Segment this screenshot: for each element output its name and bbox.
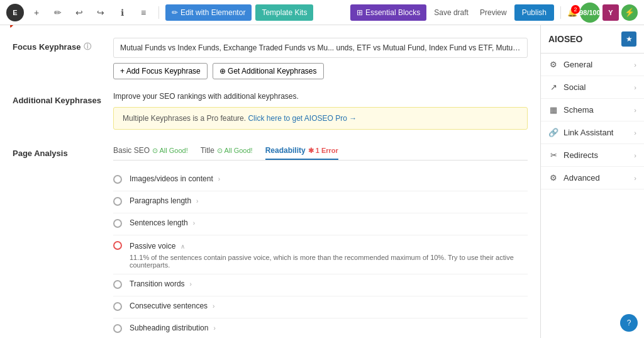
pro-notice-link[interactable]: Click here to get AIOSEO Pro → xyxy=(248,114,357,123)
aioseo-sidebar: AIOSEO ★ ⚙ General › ↗ Social › ▦ Schema xyxy=(540,25,644,338)
get-additional-label: ⊕ Get Additional Keyphrases xyxy=(219,67,317,76)
tab-title[interactable]: Title ⊙ All Good! xyxy=(201,142,253,160)
focus-keyphrase-info-icon[interactable]: ⓘ xyxy=(84,42,91,52)
sidebar-item-link-assistant-left: 🔗 Link Assistant xyxy=(548,128,614,137)
transition-words-chevron[interactable]: › xyxy=(190,281,192,288)
sidebar-item-schema-left: ▦ Schema xyxy=(548,105,594,115)
general-chevron: › xyxy=(634,61,636,69)
sidebar-item-link-assistant[interactable]: 🔗 Link Assistant › xyxy=(541,121,644,144)
edit-with-elementor-label: Edit with Elementor xyxy=(180,8,245,17)
sidebar-star-button[interactable]: ★ xyxy=(621,31,636,47)
schema-chevron: › xyxy=(634,106,636,114)
content-area: Focus Keyphrase ⓘ + Add Focus Keyphrase … xyxy=(0,25,540,338)
hamburger-button[interactable]: ≡ xyxy=(135,4,152,21)
green-plugin-icon[interactable]: ⚡ xyxy=(621,4,638,21)
subheading-chevron[interactable]: › xyxy=(213,325,215,332)
pro-notice: Multiple Keyphrases is a Pro feature. Cl… xyxy=(113,107,528,130)
item-icon-passive-voice xyxy=(113,241,125,252)
score-badge-container: 98/100 xyxy=(580,3,600,23)
item-icon-images-videos xyxy=(113,175,125,186)
template-kits-label: Template Kits xyxy=(262,8,307,17)
paragraphs-text: Paragraphs length xyxy=(130,196,191,205)
item-icon-consecutive-sentences xyxy=(113,302,125,313)
circle-gray-icon-6 xyxy=(113,324,122,333)
tab-readability[interactable]: Readability ✱ 1 Error xyxy=(265,142,338,160)
sidebar-item-general[interactable]: ⚙ General › xyxy=(541,54,644,76)
essential-blocks-button[interactable]: ⊞ Essential Blocks xyxy=(350,4,426,21)
seo-score-badge[interactable]: 98/100 xyxy=(580,3,600,23)
item-label-consecutive-sentences: Consecutive sentences › xyxy=(130,301,214,310)
save-draft-button[interactable]: Save draft xyxy=(430,8,472,17)
analysis-item-passive-voice: Passive voice ∧ 11.1% of the sentences c… xyxy=(113,235,528,274)
circle-gray-icon-5 xyxy=(113,302,122,311)
consecutive-sentences-chevron[interactable]: › xyxy=(213,303,214,310)
focus-keyphrase-section: Focus Keyphrase ⓘ + Add Focus Keyphrase … xyxy=(13,38,528,79)
analysis-item-sentences: Sentences length › xyxy=(113,213,528,235)
divider-1 xyxy=(158,6,159,19)
sidebar-item-advanced[interactable]: ⚙ Advanced › xyxy=(541,167,644,189)
redirects-icon: ✂ xyxy=(548,150,558,160)
tab-title-status: ⊙ All Good! xyxy=(217,147,253,155)
edit-with-elementor-button[interactable]: ✏ Edit with Elementor xyxy=(165,4,252,21)
undo-button[interactable]: ↩ xyxy=(70,4,88,21)
aioseo-help-icon[interactable]: ? xyxy=(620,314,638,332)
yoast-label: Y xyxy=(608,9,613,16)
divider-2 xyxy=(560,6,561,19)
paragraphs-chevron[interactable]: › xyxy=(196,198,198,205)
add-button[interactable]: + xyxy=(28,4,45,21)
sidebar-item-schema[interactable]: ▦ Schema › xyxy=(541,99,644,121)
sidebar-item-advanced-left: ⚙ Advanced xyxy=(548,173,600,183)
essential-blocks-label: Essential Blocks xyxy=(365,8,420,17)
template-kits-button[interactable]: Template Kits xyxy=(255,4,313,21)
analysis-item-paragraphs: Paragraphs length › xyxy=(113,191,528,213)
keyphrase-buttons: + Add Focus Keyphrase ⊕ Get Additional K… xyxy=(113,63,528,79)
pro-notice-text: Multiple Keyphrases is a Pro feature. xyxy=(123,114,246,123)
preview-button[interactable]: Preview xyxy=(476,8,511,17)
passive-voice-text: Passive voice xyxy=(130,242,175,251)
add-focus-keyphrase-button[interactable]: + Add Focus Keyphrase xyxy=(113,63,208,79)
item-label-images-videos: Images/videos in content › xyxy=(130,174,220,183)
images-videos-chevron[interactable]: › xyxy=(218,176,220,183)
page-analysis-content: Basic SEO ⊙ All Good! Title ⊙ All Good! … xyxy=(113,142,528,338)
item-icon-paragraphs xyxy=(113,197,125,208)
item-label-transition-words: Transition words › xyxy=(130,279,192,288)
focus-keyphrase-label: Focus Keyphrase ⓘ xyxy=(13,38,113,52)
additional-keyphrases-label: Additional Keyphrases xyxy=(13,92,113,105)
passive-voice-caret[interactable]: ∧ xyxy=(180,243,185,250)
sidebar-bottom: ? xyxy=(541,189,644,338)
additional-keyphrases-desc: Improve your SEO rankings with additiona… xyxy=(113,92,528,101)
toolbar-right-icons: 🔔 2 98/100 Y ⚡ xyxy=(567,3,638,23)
redo-button[interactable]: ↪ xyxy=(92,4,109,21)
elementor-icon: ✏ xyxy=(172,8,178,17)
get-additional-keyphrases-button[interactable]: ⊕ Get Additional Keyphrases xyxy=(213,63,324,79)
main-layout: Focus Keyphrase ⓘ + Add Focus Keyphrase … xyxy=(0,25,644,338)
social-label: Social xyxy=(564,82,586,92)
pencil-button[interactable]: ✏ xyxy=(49,4,67,21)
item-label-subheading: Subheading distribution › xyxy=(130,324,216,332)
publish-button[interactable]: Publish xyxy=(514,4,554,21)
tab-basic-seo[interactable]: Basic SEO ⊙ All Good! xyxy=(113,142,188,160)
sidebar-title: AIOSEO xyxy=(548,34,582,44)
tab-title-label: Title xyxy=(201,146,214,155)
link-assistant-icon: 🔗 xyxy=(548,128,558,137)
item-label-passive-voice: Passive voice ∧ xyxy=(130,242,185,251)
sidebar-item-social[interactable]: ↗ Social › xyxy=(541,76,644,99)
focus-keyphrase-input[interactable] xyxy=(113,38,528,58)
transition-words-text: Transition words xyxy=(130,279,185,288)
social-icon: ↗ xyxy=(548,82,558,92)
schema-label: Schema xyxy=(564,105,594,115)
consecutive-sentences-text: Consecutive sentences xyxy=(130,301,208,310)
page-analysis-label: Page Analysis xyxy=(13,142,113,158)
info-button[interactable]: ℹ xyxy=(113,4,131,21)
focus-keyphrase-content: + Add Focus Keyphrase ⊕ Get Additional K… xyxy=(113,38,528,79)
analysis-item-subheading: Subheading distribution › xyxy=(113,318,528,338)
sidebar-item-social-left: ↗ Social xyxy=(548,82,586,92)
item-label-paragraphs: Paragraphs length › xyxy=(130,196,198,205)
sentences-chevron[interactable]: › xyxy=(193,220,195,227)
tab-readability-label: Readability xyxy=(265,146,306,155)
notification-bell[interactable]: 🔔 2 xyxy=(567,8,577,17)
subheading-text: Subheading distribution xyxy=(130,324,208,332)
item-icon-sentences xyxy=(113,219,125,230)
sidebar-item-redirects[interactable]: ✂ Redirects › xyxy=(541,144,644,167)
yoast-icon[interactable]: Y xyxy=(602,4,619,21)
